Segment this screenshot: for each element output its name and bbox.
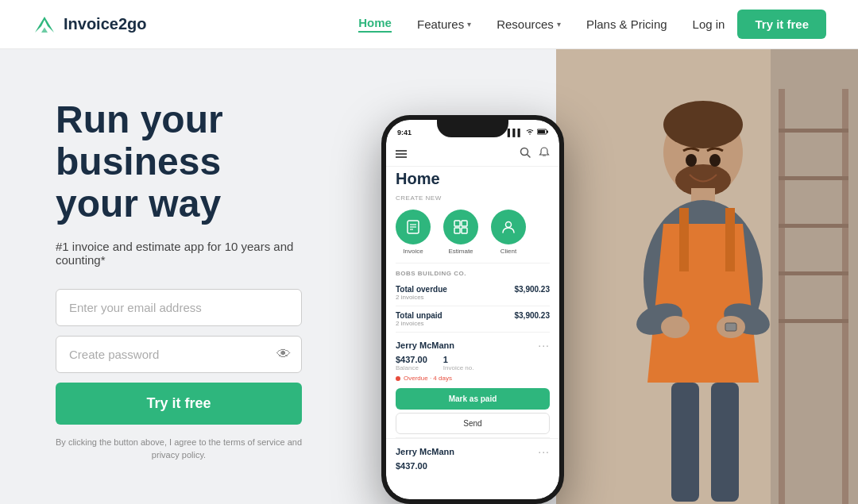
balance-value-2: $437.00 — [396, 461, 550, 471]
create-new-section: CREATE NEW Invoice Estimate — [386, 194, 559, 263]
nav-login-link[interactable]: Log in — [693, 17, 725, 31]
summary-overdue-info: Total overdue 2 invoices — [396, 285, 447, 301]
overdue-label: Total overdue — [396, 285, 447, 294]
svg-rect-4 — [779, 89, 785, 504]
svg-rect-6 — [779, 129, 848, 133]
create-new-label: CREATE NEW — [396, 194, 550, 202]
create-new-icons: Invoice Estimate Client — [396, 210, 550, 255]
phone-nav-bar — [386, 142, 559, 167]
invoice-label: Invoice — [403, 248, 423, 255]
client-details: $437.00 Balance 1 Invoice no. — [396, 355, 550, 371]
hero-subtext: #1 invoice and estimate app for 10 years… — [56, 240, 302, 267]
overdue-sub: 2 invoices — [396, 294, 447, 301]
overdue-dot — [396, 376, 400, 381]
svg-rect-10 — [779, 319, 848, 323]
nav-plans-pricing[interactable]: Plans & Pricing — [586, 17, 667, 31]
overdue-text: Overdue · 4 days — [404, 375, 452, 382]
svg-rect-37 — [454, 221, 460, 226]
svg-point-12 — [663, 101, 743, 148]
logo-icon — [32, 13, 57, 36]
create-invoice-item[interactable]: Invoice — [396, 210, 431, 255]
password-wrapper: 👁 — [56, 336, 302, 373]
status-right: ▌▌▌ — [508, 129, 548, 137]
hero-section: Run your business your way #1 invoice an… — [0, 49, 858, 504]
summary-row-unpaid: Total unpaid 2 invoices $3,900.23 — [386, 306, 559, 332]
overdue-badge: Overdue · 4 days — [396, 375, 550, 382]
svg-rect-28 — [547, 131, 548, 133]
hero-left: Run your business your way #1 invoice an… — [0, 49, 342, 504]
svg-point-24 — [709, 154, 721, 167]
svg-rect-25 — [671, 383, 699, 502]
eye-icon[interactable]: 👁 — [276, 346, 291, 363]
phone-time: 9:41 — [397, 129, 412, 137]
client-menu-icon[interactable]: ··· — [538, 339, 550, 352]
balance-label: Balance — [396, 364, 427, 371]
password-input[interactable] — [56, 336, 302, 373]
send-button[interactable]: Send — [396, 413, 550, 434]
hamburger-icon[interactable] — [396, 150, 407, 158]
svg-point-20 — [661, 316, 690, 338]
signal-icon: ▌▌▌ — [508, 129, 523, 137]
svg-rect-17 — [725, 208, 735, 271]
svg-rect-26 — [711, 383, 739, 502]
hero-heading: Run your business your way — [56, 99, 302, 225]
mark-paid-button[interactable]: Mark as paid — [396, 388, 550, 410]
battery-icon — [537, 129, 548, 137]
summary-row-overdue: Total overdue 2 invoices $3,900.23 — [386, 280, 559, 306]
bell-icon[interactable] — [539, 147, 550, 161]
nav-features[interactable]: Features ▾ — [417, 17, 471, 31]
create-client-item[interactable]: Client — [491, 210, 526, 255]
phone-home-title: Home — [386, 167, 559, 194]
section-header: BOBS BUILDING CO. — [386, 264, 559, 280]
hero-right: 9:41 ▌▌▌ — [342, 49, 858, 504]
svg-rect-7 — [779, 176, 848, 180]
svg-rect-22 — [725, 323, 736, 331]
logo-text: Invoice2go — [64, 15, 146, 33]
svg-line-31 — [528, 155, 531, 158]
chevron-down-icon: ▾ — [557, 20, 561, 29]
client-header: Jerry McMann ··· — [396, 339, 550, 352]
unpaid-label: Total unpaid — [396, 311, 443, 320]
try-free-button[interactable]: Try it free — [56, 383, 302, 425]
wifi-icon — [526, 129, 534, 137]
nav-resources[interactable]: Resources ▾ — [497, 17, 561, 31]
estimate-label: Estimate — [448, 248, 473, 255]
client-name: Jerry McMann — [396, 340, 454, 350]
phone-mockup: 9:41 ▌▌▌ — [381, 115, 564, 504]
client-card: Jerry McMann ··· $437.00 Balance 1 Invoi… — [386, 333, 559, 437]
client-header-2: Jerry McMann ··· — [396, 445, 550, 458]
logo-area: Invoice2go — [32, 13, 146, 36]
svg-marker-1 — [41, 27, 48, 32]
nav-home[interactable]: Home — [358, 16, 392, 33]
estimate-icon-circle — [443, 210, 478, 244]
svg-rect-9 — [779, 271, 848, 275]
summary-unpaid-info: Total unpaid 2 invoices — [396, 311, 443, 327]
unpaid-sub: 2 invoices — [396, 320, 443, 327]
svg-rect-39 — [454, 228, 460, 233]
client-card-2: Jerry McMann ··· $437.00 — [386, 438, 559, 474]
svg-point-23 — [686, 154, 697, 167]
invoices-value: 1 — [443, 355, 474, 364]
person-photo — [556, 49, 858, 504]
client-name-2: Jerry McMann — [396, 447, 454, 456]
client-balance: $437.00 Balance — [396, 355, 427, 371]
svg-rect-29 — [538, 130, 545, 133]
svg-rect-16 — [679, 208, 689, 271]
search-icon[interactable] — [520, 147, 531, 161]
invoices-label: Invoice no. — [443, 364, 474, 371]
navbar: Invoice2go Home Features ▾ Resources ▾ P… — [0, 0, 858, 49]
create-estimate-item[interactable]: Estimate — [443, 210, 478, 255]
svg-rect-40 — [462, 228, 467, 233]
unpaid-amount: $3,900.23 — [515, 311, 551, 320]
email-input[interactable] — [56, 289, 302, 326]
svg-rect-8 — [779, 224, 848, 228]
overdue-amount: $3,900.23 — [515, 285, 551, 294]
invoice-icon-circle — [396, 210, 431, 244]
client-icon-circle — [491, 210, 526, 244]
person-silhouette — [556, 49, 858, 504]
client-invoices: 1 Invoice no. — [443, 355, 474, 371]
balance-value: $437.00 — [396, 355, 427, 364]
client-label: Client — [500, 248, 516, 255]
nav-try-free-button[interactable]: Try it free — [737, 10, 826, 39]
client-menu-icon-2[interactable]: ··· — [538, 445, 550, 458]
